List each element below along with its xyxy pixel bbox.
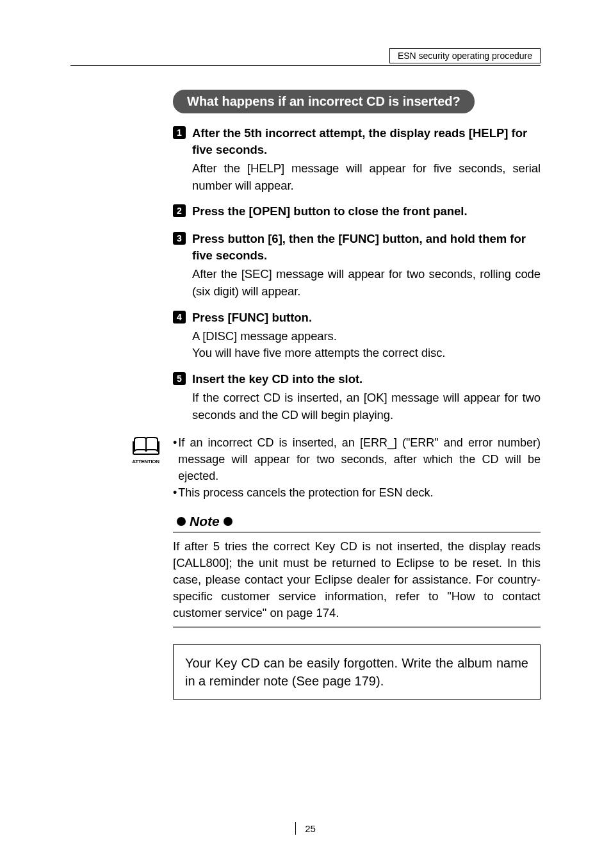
attention-block: ATTENTION • If an incorrect CD is insert… [128, 434, 541, 501]
step-title: Press [FUNC] button. [192, 309, 541, 326]
step-5: 5 Insert the key CD into the slot. If th… [173, 371, 541, 424]
note-dot-icon [177, 517, 186, 526]
header-text: ESN security operating procedure [398, 51, 532, 61]
note-divider-bottom [173, 626, 541, 628]
header-box: ESN security operating procedure [389, 48, 541, 63]
note-divider-top [173, 532, 541, 533]
note-label: Note [190, 514, 220, 529]
step-desc: A [DISC] message appears. You will have … [192, 328, 541, 363]
main-content: What happens if an incorrect CD is inser… [173, 90, 541, 700]
reminder-box: Your Key CD can be easily forgotten. Wri… [173, 644, 541, 700]
attention-label: ATTENTION [128, 459, 163, 464]
step-title: Press button [6], then the [FUNC] button… [192, 231, 541, 264]
step-desc: After the [HELP] message will appear for… [192, 160, 541, 195]
step-number-badge: 1 [173, 126, 186, 139]
step-body: Press [FUNC] button. A [DISC] message ap… [192, 309, 541, 363]
step-number-badge: 2 [173, 204, 186, 217]
step-body: Press button [6], then the [FUNC] button… [192, 231, 541, 300]
note-dot-icon [224, 517, 232, 526]
step-3: 3 Press button [6], then the [FUNC] butt… [173, 231, 541, 300]
step-number-badge: 4 [173, 311, 186, 323]
step-2: 2 Press the [OPEN] button to close the f… [173, 203, 541, 222]
step-body: After the 5th incorrect attempt, the dis… [192, 125, 541, 194]
attention-bullet-1: • If an incorrect CD is inserted, an [ER… [173, 434, 541, 484]
attention-bullet-2: • This process cancels the protection fo… [173, 484, 541, 501]
attention-text: • If an incorrect CD is inserted, an [ER… [173, 434, 541, 501]
step-title: Press the [OPEN] button to close the fro… [192, 203, 541, 220]
step-title: After the 5th incorrect attempt, the dis… [192, 125, 541, 158]
bullet-dot: • [173, 484, 177, 501]
attention-bullet-text: This process cancels the protection for … [178, 484, 433, 501]
step-body: Press the [OPEN] button to close the fro… [192, 203, 541, 222]
step-number-badge: 3 [173, 232, 186, 245]
bullet-dot: • [173, 434, 177, 484]
section-title: What happens if an incorrect CD is inser… [173, 90, 475, 113]
header-divider [70, 65, 541, 66]
step-1: 1 After the 5th incorrect attempt, the d… [173, 125, 541, 194]
attention-bullet-text: If an incorrect CD is inserted, an [ERR_… [178, 434, 541, 484]
reminder-text: Your Key CD can be easily forgotten. Wri… [185, 656, 528, 688]
page-number: 25 [0, 823, 611, 836]
attention-icon: ATTENTION [128, 436, 163, 464]
step-title: Insert the key CD into the slot. [192, 371, 541, 388]
step-desc: If the correct CD is inserted, an [OK] m… [192, 389, 541, 424]
note-body: If after 5 tries the correct Key CD is n… [173, 538, 541, 621]
step-desc: After the [SEC] message will appear for … [192, 266, 541, 300]
note-header: Note [173, 514, 541, 529]
step-4: 4 Press [FUNC] button. A [DISC] message … [173, 309, 541, 363]
step-body: Insert the key CD into the slot. If the … [192, 371, 541, 424]
step-number-badge: 5 [173, 372, 186, 385]
book-icon [133, 436, 159, 455]
